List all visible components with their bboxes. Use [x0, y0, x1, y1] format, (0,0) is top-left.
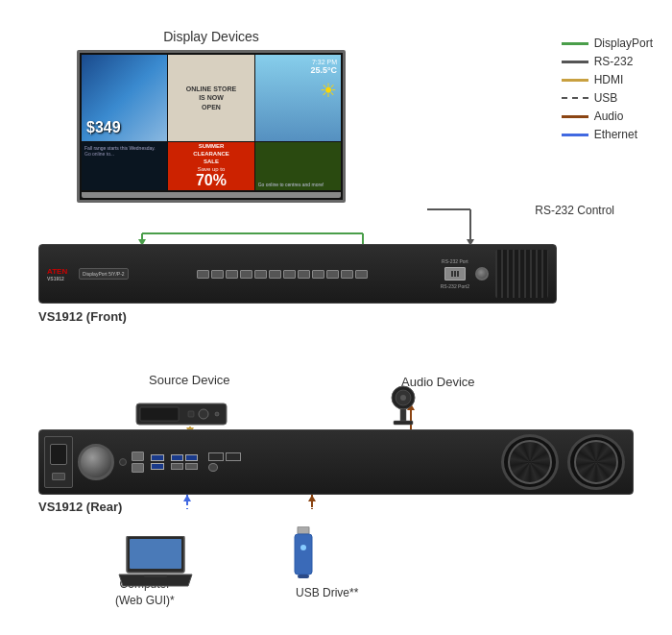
power-outlet-icon: [50, 444, 67, 465]
legend-rs232-label: RS-232: [594, 55, 634, 68]
dp-port-10: [326, 270, 339, 279]
display-cell-5-pct: 70%: [196, 172, 227, 189]
front-circular-button: [475, 267, 489, 281]
dp-label-strip: DisplayPort 5/Y/P-2: [79, 268, 129, 280]
svg-rect-36: [298, 574, 309, 578]
vs1912-front-device: ATEN VS1912 DisplayPort 5/Y/P-2: [38, 244, 557, 304]
rs232-port-label: RS-232 Port: [442, 258, 468, 264]
fan-blades-right: [574, 440, 618, 484]
usb-drive-label: USB Drive**: [296, 586, 358, 599]
legend-item-rs232: RS-232: [562, 55, 653, 68]
dp-port-12: [355, 270, 368, 279]
dp-port-9: [312, 270, 324, 279]
svg-point-27: [400, 395, 406, 401]
rear-fan-left: [501, 434, 559, 490]
display-section-label: Display Devices: [77, 29, 346, 44]
aten-logo-front: ATEN: [47, 267, 76, 276]
legend-item-ethernet: Ethernet: [562, 128, 653, 141]
rj45-port-2: [132, 463, 144, 473]
fan-blades-left: [508, 440, 552, 484]
hdmi-port-1: [208, 452, 224, 461]
svg-point-35: [300, 545, 306, 550]
svg-rect-29: [394, 421, 413, 425]
display-cell-2: ONLINE STOREIS NOWOPEN: [168, 55, 253, 141]
audio-jack: [208, 463, 218, 472]
rear-power-section: [44, 436, 73, 488]
display-cell-5: SUMMERCLEARANCESALE Save up to 70%: [168, 142, 253, 190]
legend-audio-label: Audio: [594, 110, 624, 123]
legend: DisplayPort RS-232 HDMI USB Audio Ethern…: [562, 37, 653, 141]
svg-rect-31: [130, 539, 181, 569]
displayport-line-icon: [562, 42, 588, 45]
rear-fan-right: [567, 434, 625, 490]
svg-point-22: [199, 409, 208, 419]
usb2-port-2: [185, 463, 198, 470]
rear-indicator-led: [119, 458, 127, 466]
legend-item-usb: USB: [562, 91, 653, 105]
stb-svg: [134, 402, 230, 428]
dp-port-11: [341, 270, 353, 279]
rs232-line-icon: [562, 61, 588, 63]
display-cell-6-text: Go online to centres and more!: [258, 182, 324, 187]
vs1912-rear-device: [38, 429, 634, 495]
usb-drive-svg: [290, 526, 317, 584]
vs1912-front-label: VS1912 (Front): [38, 309, 127, 324]
main-container: DisplayPort RS-232 HDMI USB Audio Ethern…: [0, 0, 672, 635]
rear-usb-group-2: [171, 454, 202, 470]
svg-rect-23: [188, 411, 194, 417]
usb-drive-icon: [290, 526, 317, 587]
source-device-icon: [134, 402, 230, 431]
svg-rect-21: [140, 407, 179, 421]
dp-ports-grid: [197, 270, 368, 279]
dp-port-8: [298, 270, 310, 279]
db9-pin-2: [454, 271, 456, 277]
svg-rect-28: [400, 409, 406, 421]
legend-item-audio: Audio: [562, 110, 653, 123]
db9-pin-3: [457, 271, 459, 277]
laptop-icon: [117, 536, 194, 592]
dp-port-6: [269, 270, 281, 279]
svg-rect-32: [144, 574, 167, 577]
speaker-svg: [384, 384, 422, 432]
front-port-groups: [132, 270, 434, 279]
source-device-label: Source Device: [149, 373, 230, 387]
usb3-port-3: [171, 454, 183, 461]
rs232-control-label: RS-232 Control: [535, 204, 614, 217]
svg-marker-15: [183, 495, 191, 501]
display-cell-1: $349: [82, 55, 167, 141]
rear-rj45-group: [132, 452, 144, 473]
rear-usb-group: [151, 454, 164, 470]
audio-line-icon: [562, 115, 588, 118]
usb3-port-4: [185, 454, 198, 461]
display-cell-2-text: ONLINE STOREIS NOWOPEN: [186, 85, 236, 110]
hdmi-port-2: [226, 452, 241, 461]
sun-icon: ☀: [320, 79, 337, 102]
svg-point-24: [215, 412, 219, 416]
display-cell-1-price: $349: [86, 119, 121, 136]
legend-usb-label: USB: [594, 91, 618, 105]
dp-port-7: [283, 270, 296, 279]
legend-hdmi-label: HDMI: [594, 73, 624, 86]
front-vent: [495, 250, 548, 298]
dp-port-1: [197, 270, 209, 279]
hdmi-line-icon: [562, 79, 588, 82]
rear-hdmi-group: [208, 452, 243, 472]
db9-pin-1: [451, 271, 453, 277]
db9-pins: [451, 271, 459, 277]
usb3-port-1: [151, 454, 164, 461]
display-cell-4-text2: Go online to...: [84, 151, 164, 157]
dp-port-5: [254, 270, 267, 279]
display-grid: $349 ONLINE STOREIS NOWOPEN 7:32 PM 25.5…: [82, 55, 341, 190]
db9-connector: [444, 267, 466, 281]
legend-displayport-label: DisplayPort: [594, 37, 653, 50]
front-model-small: VS1912: [47, 276, 76, 281]
svg-marker-18: [308, 495, 316, 501]
display-section: Display Devices $349 ONLINE STOREIS NOWO…: [77, 29, 346, 203]
front-right-section: RS-232 Port RS-232 Port2: [441, 258, 469, 289]
laptop-svg: [117, 536, 194, 589]
usb3-port-2: [151, 463, 164, 470]
legend-ethernet-label: Ethernet: [594, 128, 637, 141]
usb2-port-1: [171, 463, 183, 470]
dp-port-4: [240, 270, 252, 279]
display-cell-3-time: 7:32 PM: [312, 59, 337, 65]
